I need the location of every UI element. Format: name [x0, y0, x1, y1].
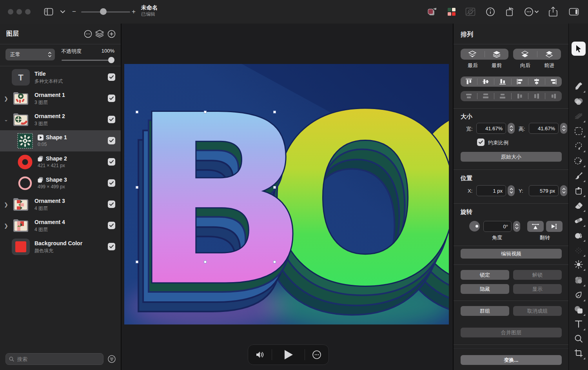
sidebar-chevron-button[interactable] [56, 5, 69, 18]
zoom-out-button[interactable]: − [72, 8, 76, 16]
flip-vertical-button[interactable] [527, 221, 544, 232]
share-icon[interactable] [547, 5, 559, 18]
align-top-button[interactable] [461, 77, 477, 87]
swap-colors-icon[interactable] [426, 5, 438, 18]
zoom-in-button[interactable]: + [132, 8, 136, 16]
zoom-tool[interactable] [573, 333, 584, 344]
layer-row-ornament-3[interactable]: ❯ Ornament 3 4 图层 [0, 194, 121, 215]
brush-tool[interactable] [573, 170, 584, 181]
clone-tool[interactable] [573, 230, 584, 241]
opacity-slider-track[interactable] [62, 60, 113, 61]
group-button[interactable]: 群组 [461, 306, 509, 316]
align-vertical-center-button[interactable] [477, 77, 494, 87]
expand-chevron-icon[interactable]: ❯ [4, 223, 8, 229]
send-to-back-button[interactable] [461, 49, 485, 60]
marquee-tool[interactable] [573, 126, 584, 137]
select-tool[interactable] [572, 42, 586, 56]
send-backward-button[interactable] [513, 49, 537, 60]
angle-field[interactable]: 0° [483, 221, 512, 232]
layer-visibility-checkbox[interactable] [108, 95, 115, 102]
style-tool[interactable] [573, 81, 584, 92]
close-button[interactable] [8, 9, 13, 15]
angle-stepper[interactable] [513, 221, 520, 232]
blur-tool[interactable] [573, 275, 584, 286]
play-button[interactable] [272, 345, 305, 365]
hide-button[interactable]: 隐藏 [461, 284, 509, 294]
pen-tool[interactable] [573, 290, 584, 301]
layer-visibility-checkbox[interactable] [108, 200, 115, 208]
layers-more-icon[interactable] [83, 29, 93, 38]
x-field[interactable]: 1 px [476, 185, 506, 196]
fill-tool[interactable] [573, 185, 584, 196]
expand-chevron-icon[interactable]: ❯ [4, 202, 8, 208]
y-stepper[interactable] [560, 185, 567, 196]
height-field[interactable]: 41.67% [529, 123, 559, 134]
heal-tool[interactable] [573, 215, 584, 226]
selection-handle[interactable] [136, 111, 138, 113]
original-size-button[interactable]: 原始大小 [461, 152, 562, 162]
layer-row-background-color[interactable]: Background Color 颜色填充 [0, 236, 121, 257]
smart-select-tool[interactable] [573, 155, 584, 166]
rotate-canvas-icon[interactable] [504, 5, 516, 18]
height-stepper[interactable] [560, 123, 567, 134]
layer-row-shape-1[interactable]: Shape 1 0:05 [0, 130, 121, 151]
canvas-artwork[interactable]: O O O O O O O O B B B B [124, 64, 449, 324]
blend-mode-dropdown[interactable]: 正常 [5, 49, 55, 60]
layer-row-ornament-1[interactable]: ❯ Ornament 1 3 图层 [0, 88, 121, 109]
flip-horizontal-button[interactable] [546, 221, 563, 232]
layer-row-title[interactable]: T Title 多种文本样式 [0, 67, 121, 88]
volume-button[interactable] [248, 345, 272, 365]
align-bottom-button[interactable] [494, 77, 511, 87]
info-icon[interactable] [484, 5, 497, 18]
search-box[interactable] [5, 353, 103, 365]
adjust-tool[interactable] [573, 259, 584, 270]
text-tool[interactable] [573, 319, 584, 330]
selection-handle[interactable] [273, 261, 276, 263]
selection-handle[interactable] [273, 111, 276, 113]
sidebar-toggle-button[interactable] [42, 5, 55, 18]
isolate-layers-icon[interactable] [95, 29, 104, 38]
align-right-button[interactable] [545, 77, 562, 87]
add-layer-icon[interactable] [107, 29, 116, 38]
y-field[interactable]: 579 px [529, 185, 559, 196]
inspector-toggle-icon[interactable] [568, 5, 580, 18]
bring-forward-button[interactable] [537, 49, 561, 60]
zoom-window-button[interactable] [25, 9, 31, 15]
layer-row-shape-3[interactable]: Shape 3 499 × 499 px [0, 173, 121, 194]
rotation-dial[interactable] [469, 221, 480, 231]
layer-row-ornament-4[interactable]: ❯ Ornament 4 4 图层 [0, 215, 121, 236]
search-input[interactable] [16, 356, 100, 363]
constrain-label[interactable]: 约束比例 [488, 139, 508, 146]
selection-handle[interactable] [136, 261, 138, 263]
filter-icon[interactable] [106, 353, 118, 365]
layer-row-shape-2[interactable]: Shape 2 421 × 421 px [0, 151, 121, 173]
color-tool[interactable] [573, 96, 584, 107]
constrain-checkbox[interactable] [477, 139, 485, 146]
expand-chevron-icon[interactable]: ❯ [4, 96, 8, 102]
minimize-button[interactable] [16, 9, 22, 15]
layer-visibility-checkbox[interactable] [108, 179, 115, 187]
align-horizontal-center-button[interactable] [528, 77, 545, 87]
eraser-tool[interactable] [573, 200, 584, 211]
shapes-tool[interactable] [573, 304, 584, 315]
collapse-chevron-icon[interactable]: ⌄ [4, 117, 8, 122]
layer-row-ornament-2[interactable]: ⌄ Ornament 2 3 图层 [0, 109, 121, 130]
layer-visibility-checkbox[interactable] [108, 116, 115, 123]
playback-more-button[interactable] [305, 345, 328, 365]
edit-video-button[interactable]: 编辑视频 [461, 249, 562, 259]
x-stepper[interactable] [508, 185, 515, 196]
layer-visibility-checkbox[interactable] [108, 243, 115, 250]
selection-handle[interactable] [136, 186, 138, 189]
width-stepper[interactable] [508, 123, 515, 134]
layer-visibility-checkbox[interactable] [108, 73, 115, 81]
lock-button[interactable]: 锁定 [461, 270, 509, 280]
layer-visibility-checkbox[interactable] [108, 137, 115, 144]
layer-visibility-checkbox[interactable] [108, 222, 115, 229]
selection-handle[interactable] [273, 186, 276, 189]
crop-tool[interactable] [573, 348, 584, 359]
width-field[interactable]: 41.67% [476, 123, 506, 134]
more-options-icon[interactable] [523, 5, 541, 18]
bring-to-front-button[interactable] [485, 49, 509, 60]
align-left-button[interactable] [512, 77, 528, 87]
layer-visibility-checkbox[interactable] [108, 158, 115, 166]
